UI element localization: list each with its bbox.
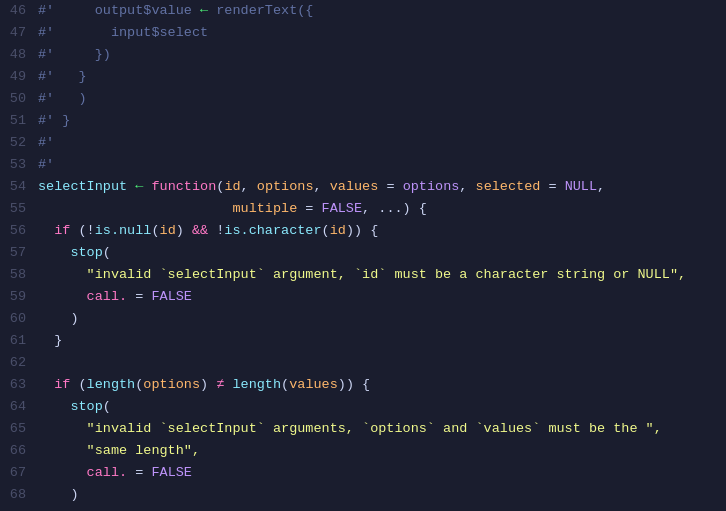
line-content: if (!is.null(id) && !is.character(id)) { bbox=[38, 220, 726, 242]
token bbox=[38, 267, 87, 282]
line-content: "invalid `selectInput` argument, `id` mu… bbox=[38, 264, 726, 286]
token bbox=[38, 465, 87, 480]
token: FALSE bbox=[151, 289, 192, 304]
token: ) bbox=[38, 311, 79, 326]
token: options bbox=[403, 179, 460, 194]
token: )) { bbox=[338, 377, 370, 392]
token: ( bbox=[281, 377, 289, 392]
token: if bbox=[54, 377, 70, 392]
line-content: } bbox=[38, 506, 726, 511]
line-number: 47 bbox=[0, 22, 38, 44]
line-number: 54 bbox=[0, 176, 38, 198]
line-content: call. = FALSE bbox=[38, 286, 726, 308]
token: ( bbox=[70, 377, 86, 392]
line-content: #' input$select bbox=[38, 22, 726, 44]
code-line: 55 multiple = FALSE, ...) { bbox=[0, 198, 726, 220]
line-number: 59 bbox=[0, 286, 38, 308]
token: multiple bbox=[232, 201, 297, 216]
token: is.null bbox=[95, 223, 152, 238]
token: "invalid `selectInput` argument, `id` mu… bbox=[87, 267, 687, 282]
code-line: 48#' }) bbox=[0, 44, 726, 66]
line-content: multiple = FALSE, ...) { bbox=[38, 198, 726, 220]
token: ( bbox=[322, 223, 330, 238]
token: #' bbox=[38, 157, 54, 172]
token: id bbox=[160, 223, 176, 238]
line-number: 53 bbox=[0, 154, 38, 176]
line-content: selectInput ← function(id, options, valu… bbox=[38, 176, 726, 198]
line-content: #' output$value ← renderText({ bbox=[38, 0, 726, 22]
token: renderText({ bbox=[208, 3, 313, 18]
line-content: #' }) bbox=[38, 44, 726, 66]
token: (! bbox=[70, 223, 94, 238]
code-line: 52#' bbox=[0, 132, 726, 154]
token bbox=[38, 377, 54, 392]
code-line: 46#' output$value ← renderText({ bbox=[0, 0, 726, 22]
line-number: 62 bbox=[0, 352, 38, 374]
token bbox=[38, 443, 87, 458]
token: )) { bbox=[346, 223, 378, 238]
token: #' } bbox=[38, 69, 87, 84]
code-line: 53#' bbox=[0, 154, 726, 176]
line-content: "same length", bbox=[38, 440, 726, 462]
line-content: ) bbox=[38, 308, 726, 330]
line-content: if (length(options) ≠ length(values)) { bbox=[38, 374, 726, 396]
token: ... bbox=[378, 201, 402, 216]
code-line: 65 "invalid `selectInput` arguments, `op… bbox=[0, 418, 726, 440]
line-number: 65 bbox=[0, 418, 38, 440]
line-number: 55 bbox=[0, 198, 38, 220]
line-number: 68 bbox=[0, 484, 38, 506]
token: FALSE bbox=[322, 201, 363, 216]
token: = bbox=[540, 179, 564, 194]
line-content: ) bbox=[38, 484, 726, 506]
token: ) bbox=[38, 487, 79, 502]
line-number: 60 bbox=[0, 308, 38, 330]
code-line: 59 call. = FALSE bbox=[0, 286, 726, 308]
line-number: 46 bbox=[0, 0, 38, 22]
token: #' output$value bbox=[38, 3, 200, 18]
line-number: 66 bbox=[0, 440, 38, 462]
token: #' bbox=[38, 135, 54, 150]
token: stop bbox=[70, 245, 102, 260]
token: #' }) bbox=[38, 47, 111, 62]
code-line: 63 if (length(options) ≠ length(values))… bbox=[0, 374, 726, 396]
token: NULL bbox=[565, 179, 597, 194]
code-line: 47#' input$select bbox=[0, 22, 726, 44]
token: } bbox=[38, 333, 62, 348]
line-content: call. = FALSE bbox=[38, 462, 726, 484]
line-content: "invalid `selectInput` arguments, `optio… bbox=[38, 418, 726, 440]
token: "same length", bbox=[87, 443, 200, 458]
token: = bbox=[378, 179, 402, 194]
code-line: 67 call. = FALSE bbox=[0, 462, 726, 484]
line-content: stop( bbox=[38, 242, 726, 264]
token: , bbox=[314, 179, 330, 194]
token bbox=[38, 289, 87, 304]
token: = bbox=[127, 289, 151, 304]
code-line: 64 stop( bbox=[0, 396, 726, 418]
line-number: 50 bbox=[0, 88, 38, 110]
token: function bbox=[151, 179, 216, 194]
code-line: 58 "invalid `selectInput` argument, `id`… bbox=[0, 264, 726, 286]
code-line: 54selectInput ← function(id, options, va… bbox=[0, 176, 726, 198]
token: ( bbox=[103, 399, 111, 414]
token: options bbox=[143, 377, 200, 392]
code-line: 56 if (!is.null(id) && !is.character(id)… bbox=[0, 220, 726, 242]
line-number: 52 bbox=[0, 132, 38, 154]
line-number: 49 bbox=[0, 66, 38, 88]
line-number: 63 bbox=[0, 374, 38, 396]
line-number: 56 bbox=[0, 220, 38, 242]
token: if bbox=[54, 223, 70, 238]
token: ( bbox=[151, 223, 159, 238]
token bbox=[38, 245, 70, 260]
token bbox=[38, 399, 70, 414]
token: = bbox=[297, 201, 321, 216]
token: , bbox=[241, 179, 257, 194]
code-line: 60 ) bbox=[0, 308, 726, 330]
code-line: 51#' } bbox=[0, 110, 726, 132]
line-number: 69 bbox=[0, 506, 38, 511]
token: stop bbox=[70, 399, 102, 414]
token bbox=[38, 421, 87, 436]
code-line: 61 } bbox=[0, 330, 726, 352]
line-content: #' bbox=[38, 154, 726, 176]
line-number: 57 bbox=[0, 242, 38, 264]
token: length bbox=[232, 377, 281, 392]
